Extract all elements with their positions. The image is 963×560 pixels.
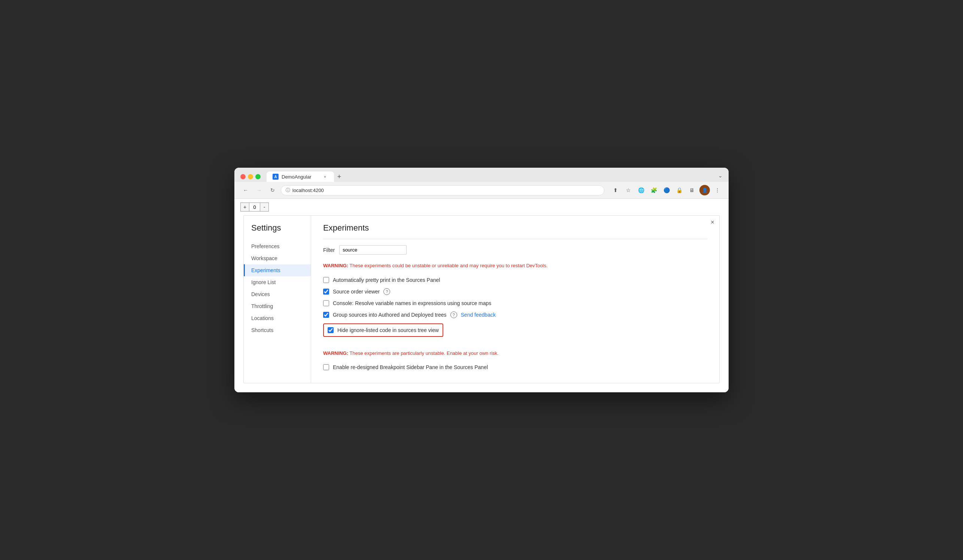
minimize-traffic-light[interactable] xyxy=(248,174,253,179)
tab-title: DemoAngular xyxy=(282,174,311,180)
experiment-hide-ignore-wrapper: Hide ignore-listed code in sources tree … xyxy=(323,324,707,342)
settings-sidebar: Settings Preferences Workspace Experimen… xyxy=(244,215,311,383)
breakpoint-sidebar-checkbox[interactable] xyxy=(323,364,329,370)
filter-row: Filter xyxy=(323,245,707,254)
warning-general-text: These experiments could be unstable or u… xyxy=(350,263,548,269)
address-bar[interactable]: ⓘ xyxy=(281,185,604,196)
menu-icon[interactable]: ⋮ xyxy=(712,185,723,196)
experiment-breakpoint-sidebar: Enable re-designed Breakpoint Sidebar Pa… xyxy=(323,364,707,370)
sidebar-item-workspace[interactable]: Workspace xyxy=(244,252,311,264)
resolve-variable-checkbox[interactable] xyxy=(323,300,329,306)
settings-content: Experiments Filter WARNING: These experi… xyxy=(311,215,719,383)
sidebar-item-preferences[interactable]: Preferences xyxy=(244,240,311,252)
share-icon[interactable]: ⬆ xyxy=(610,185,621,196)
extension3-icon[interactable]: 🔒 xyxy=(674,185,684,196)
maximize-traffic-light[interactable] xyxy=(255,174,261,179)
warning-unstable: WARNING: These experiments are particula… xyxy=(323,350,707,357)
url-input[interactable] xyxy=(292,188,600,193)
warning-label: WARNING: xyxy=(323,263,348,269)
sidebar-item-locations[interactable]: Locations xyxy=(244,312,311,324)
sidebar-item-throttling[interactable]: Throttling xyxy=(244,300,311,312)
counter-widget: + 0 - xyxy=(234,199,729,215)
hide-ignore-checkbox[interactable] xyxy=(327,327,334,333)
extension2-icon[interactable]: 🔵 xyxy=(661,185,672,196)
sidebar-item-shortcuts[interactable]: Shortcuts xyxy=(244,324,311,336)
source-order-help-icon[interactable]: ? xyxy=(383,288,390,295)
bookmark-icon[interactable]: ☆ xyxy=(623,185,634,196)
hide-ignore-label: Hide ignore-listed code in sources tree … xyxy=(337,327,439,333)
tab-bar: A DemoAngular × + xyxy=(267,172,715,182)
counter-value: 0 xyxy=(250,202,260,212)
pretty-print-label: Automatically pretty print in the Source… xyxy=(333,277,440,283)
reload-button[interactable]: ↻ xyxy=(268,185,278,196)
nav-actions: ⬆ ☆ 🌐 🧩 🔵 🔒 🖥 👤 ⋮ xyxy=(610,185,723,196)
filter-label: Filter xyxy=(323,247,335,253)
counter-minus-button[interactable]: - xyxy=(260,202,269,212)
group-sources-checkbox[interactable] xyxy=(323,312,329,318)
browser-window: A DemoAngular × + ⌄ ← → ↻ ⓘ ⬆ ☆ 🌐 🧩 🔵 🔒 … xyxy=(234,168,729,392)
window-controls: ⌄ xyxy=(718,173,723,181)
back-button[interactable]: ← xyxy=(240,185,251,196)
page-title: Experiments xyxy=(323,223,707,239)
experiment-resolve-variable: Console: Resolve variable names in expre… xyxy=(323,300,707,306)
warning-general: WARNING: These experiments could be unst… xyxy=(323,262,707,270)
experiment-pretty-print: Automatically pretty print in the Source… xyxy=(323,277,707,283)
sidebar-item-ignore-list[interactable]: Ignore List xyxy=(244,276,311,288)
group-sources-help-icon[interactable]: ? xyxy=(451,311,457,318)
source-order-label: Source order viewer xyxy=(333,289,379,295)
active-tab[interactable]: A DemoAngular × xyxy=(267,172,334,182)
title-bar: A DemoAngular × + ⌄ xyxy=(234,168,729,182)
traffic-lights xyxy=(240,174,261,179)
profile-button[interactable]: 👤 xyxy=(699,185,710,196)
devtools-close-button[interactable]: × xyxy=(709,218,716,226)
pretty-print-checkbox[interactable] xyxy=(323,277,329,283)
forward-button[interactable]: → xyxy=(254,185,264,196)
resolve-variable-label: Console: Resolve variable names in expre… xyxy=(333,300,491,306)
warning-unstable-text: These experiments are particularly unsta… xyxy=(350,350,499,356)
experiment-hide-ignore: Hide ignore-listed code in sources tree … xyxy=(323,324,443,337)
breakpoint-sidebar-label: Enable re-designed Breakpoint Sidebar Pa… xyxy=(333,364,488,370)
group-sources-label: Group sources into Authored and Deployed… xyxy=(333,312,447,318)
counter-plus-button[interactable]: + xyxy=(240,202,250,212)
tab-favicon: A xyxy=(272,174,279,180)
navigation-bar: ← → ↻ ⓘ ⬆ ☆ 🌐 🧩 🔵 🔒 🖥 👤 ⋮ xyxy=(234,182,729,199)
source-order-checkbox[interactable] xyxy=(323,289,329,295)
experiment-group-sources: Group sources into Authored and Deployed… xyxy=(323,311,707,318)
send-feedback-link[interactable]: Send feedback xyxy=(461,312,496,318)
settings-title: Settings xyxy=(244,223,311,240)
extension4-icon[interactable]: 🖥 xyxy=(687,185,697,196)
sidebar-item-devices[interactable]: Devices xyxy=(244,288,311,300)
experiment-source-order: Source order viewer ? xyxy=(323,288,707,295)
page-content: + 0 - × Settings Preferences Workspace E… xyxy=(234,199,729,392)
globe-icon[interactable]: 🌐 xyxy=(636,185,646,196)
sidebar-item-experiments[interactable]: Experiments xyxy=(244,264,311,276)
tab-close-button[interactable]: × xyxy=(322,174,328,180)
lock-icon: ⓘ xyxy=(286,187,290,194)
devtools-panel: × Settings Preferences Workspace Experim… xyxy=(243,215,720,383)
new-tab-button[interactable]: + xyxy=(334,172,344,182)
extension-icon[interactable]: 🧩 xyxy=(648,185,659,196)
close-traffic-light[interactable] xyxy=(240,174,246,179)
warning-unstable-label: WARNING: xyxy=(323,350,348,356)
filter-input[interactable] xyxy=(339,245,407,254)
